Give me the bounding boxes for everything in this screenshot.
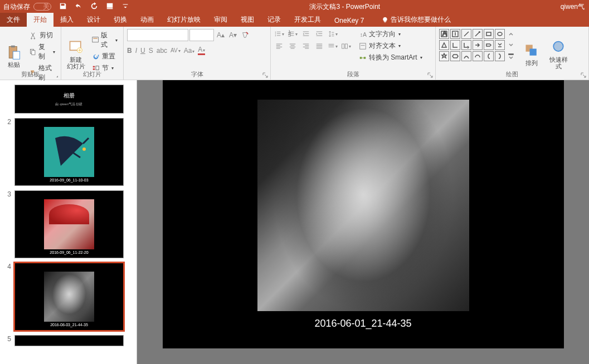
drawing-dialog-launcher[interactable] — [581, 72, 587, 78]
align-center-icon[interactable] — [288, 41, 298, 51]
tab-design[interactable]: 设计 — [80, 13, 107, 27]
tab-insert[interactable]: 插入 — [53, 13, 80, 27]
tab-animations[interactable]: 动画 — [134, 13, 160, 27]
align-left-icon[interactable] — [274, 41, 284, 51]
shape-elbow-arrow[interactable] — [461, 40, 471, 50]
align-text-button[interactable]: 对齐文本▾ — [357, 41, 425, 51]
font-dialog-launcher[interactable] — [262, 72, 269, 78]
paste-icon — [6, 45, 22, 60]
tab-slideshow[interactable]: 幻灯片放映 — [160, 13, 207, 27]
svg-rect-38 — [291, 45, 295, 46]
italic-button[interactable]: I — [135, 47, 137, 55]
thumbnail-4[interactable]: 4 2016-08-03_21-44-35 — [0, 260, 137, 333]
align-right-icon[interactable] — [301, 41, 311, 51]
shadow-button[interactable]: abc — [157, 47, 167, 55]
increase-indent-icon[interactable] — [314, 29, 324, 39]
thumbnail-5[interactable]: 5 — [0, 333, 137, 348]
text-direction-button[interactable]: ↕A文字方向▾ — [357, 29, 425, 40]
svg-rect-27 — [317, 32, 323, 32]
slide-image[interactable] — [257, 100, 469, 311]
shape-more-up[interactable] — [506, 29, 516, 39]
shape-star[interactable] — [439, 51, 449, 61]
shape-brace-l[interactable] — [484, 51, 494, 61]
svg-rect-58 — [364, 57, 366, 59]
shape-triangle[interactable] — [439, 40, 449, 50]
thumbnail-1[interactable]: 相册 由 qiwen气温 创建 — [0, 82, 137, 116]
shape-brace-r[interactable] — [495, 51, 505, 61]
shape-arrow2[interactable] — [484, 40, 494, 50]
columns-icon[interactable]: ▾ — [341, 41, 351, 51]
shape-curve[interactable] — [461, 51, 471, 61]
tab-view[interactable]: 视图 — [234, 13, 261, 27]
shape-arrow-line[interactable] — [473, 29, 483, 39]
start-from-beginning-icon[interactable] — [106, 2, 114, 12]
clipboard-dialog-launcher[interactable] — [53, 72, 60, 78]
font-family-select[interactable] — [127, 29, 188, 41]
slide-caption[interactable]: 2016-06-01_21-44-35 — [314, 318, 411, 329]
tab-developer[interactable]: 开发工具 — [288, 13, 328, 27]
shape-line[interactable] — [461, 29, 471, 39]
shape-more-all[interactable] — [506, 51, 516, 61]
paragraph-dialog-launcher[interactable] — [427, 72, 434, 78]
cut-button[interactable]: 剪切 — [27, 30, 57, 41]
undo-icon[interactable] — [75, 2, 82, 12]
tab-record[interactable]: 记录 — [261, 13, 288, 27]
bullets-icon[interactable]: ▾ — [274, 29, 284, 39]
autosave-toggle[interactable]: 自动保存 关 — [3, 2, 51, 12]
lightbulb-icon — [382, 17, 388, 23]
decrease-font-icon[interactable]: A▾ — [227, 29, 238, 41]
shape-rect[interactable] — [484, 29, 494, 39]
shape-arc[interactable] — [473, 51, 483, 61]
copy-button[interactable]: 复制▾ — [27, 42, 57, 62]
slide-thumbnail-panel[interactable]: 相册 由 qiwen气温 创建 2 2016-09_06_11-10-03 3 … — [0, 80, 137, 364]
thumbnail-slide-5[interactable] — [14, 335, 124, 346]
increase-font-icon[interactable]: A▴ — [215, 29, 226, 41]
shape-oval[interactable] — [495, 29, 505, 39]
numbering-icon[interactable]: 123▾ — [288, 29, 298, 39]
spacing-button[interactable]: AV▾ — [171, 47, 181, 53]
layout-button[interactable]: 版式▾ — [90, 30, 120, 50]
thumbnail-slide-1[interactable]: 相册 由 qiwen气温 创建 — [14, 85, 124, 114]
tell-me-search[interactable]: 告诉我你想要做什么 — [377, 13, 455, 27]
thumbnail-slide-4[interactable]: 2016-08-03_21-44-35 — [14, 263, 124, 331]
tab-onekey[interactable]: OneKey 7 — [328, 14, 371, 27]
thumbnail-slide-3[interactable]: 2016-09_06_11-22-20 — [14, 190, 124, 258]
shape-arrow[interactable] — [473, 40, 483, 50]
smartart-button[interactable]: 转换为 SmartArt▾ — [357, 52, 425, 63]
save-icon[interactable] — [59, 2, 67, 12]
font-color-button[interactable]: A▾ — [198, 46, 205, 55]
thumbnail-3[interactable]: 3 2016-09_06_11-22-20 — [0, 188, 137, 260]
clear-formatting-icon[interactable] — [240, 29, 251, 41]
strikethrough-button[interactable]: S — [149, 47, 153, 55]
line-spacing-icon[interactable]: ▾ — [328, 29, 338, 39]
shape-vtextbox[interactable] — [450, 29, 460, 39]
autosave-switch[interactable]: 关 — [33, 3, 51, 11]
svg-rect-43 — [303, 47, 309, 47]
thumbnail-slide-2[interactable]: 2016-09_06_11-10-03 — [14, 118, 124, 186]
current-slide[interactable]: 2016-06-01_21-44-35 — [163, 80, 564, 348]
svg-rect-13 — [277, 32, 281, 32]
thumbnail-2[interactable]: 2 2016-09_06_11-10-03 — [0, 116, 137, 188]
tab-transitions[interactable]: 切换 — [107, 13, 134, 27]
underline-button[interactable]: U — [140, 47, 145, 55]
change-case-button[interactable]: Aa▾ — [184, 47, 195, 55]
reset-button[interactable]: 重置 — [90, 51, 120, 62]
redo-icon[interactable] — [90, 2, 98, 12]
tab-home[interactable]: 开始 — [27, 13, 53, 27]
tab-review[interactable]: 审阅 — [207, 13, 234, 27]
distributed-icon[interactable]: ▾ — [328, 41, 338, 51]
slide-canvas[interactable]: 2016-06-01_21-44-35 — [137, 80, 589, 364]
shape-elbow[interactable] — [450, 40, 460, 50]
decrease-indent-icon[interactable] — [301, 29, 311, 39]
shape-hexagon[interactable] — [450, 51, 460, 61]
justify-icon[interactable] — [314, 41, 324, 51]
shape-more-down[interactable] — [506, 40, 516, 50]
qat-more-icon[interactable] — [121, 2, 129, 12]
shape-arrow3[interactable] — [495, 40, 505, 50]
shape-textbox[interactable]: A — [439, 29, 449, 39]
layout-icon — [92, 36, 99, 44]
bold-button[interactable]: B — [127, 47, 132, 55]
username[interactable]: qiwen气 — [561, 2, 585, 12]
font-size-select[interactable] — [189, 29, 214, 41]
tab-file[interactable]: 文件 — [0, 13, 27, 27]
